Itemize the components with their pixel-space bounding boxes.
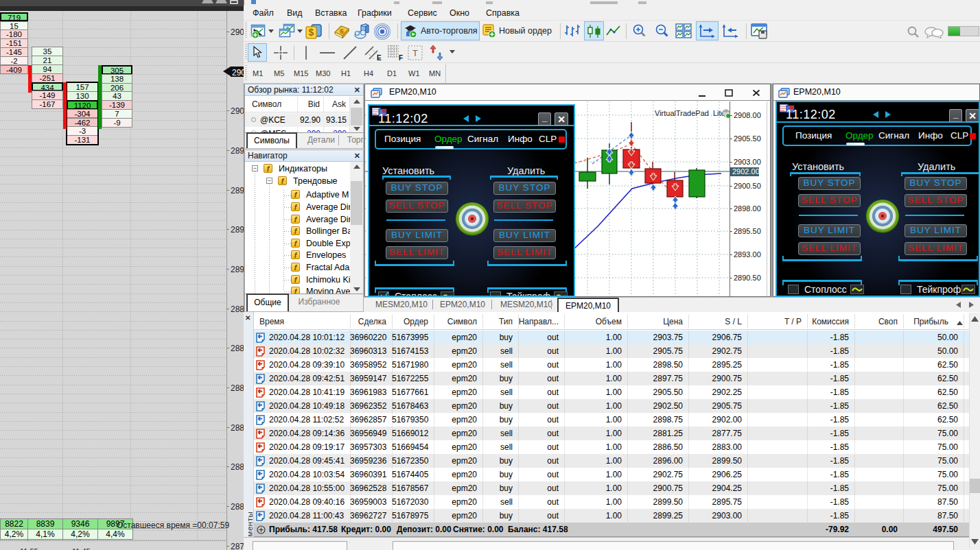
svg-text:E: E <box>377 54 382 62</box>
svg-text:F: F <box>399 54 403 62</box>
svg-text:T: T <box>412 48 418 58</box>
svg-text:5: 5 <box>340 27 344 35</box>
svg-text:$: $ <box>309 27 314 38</box>
